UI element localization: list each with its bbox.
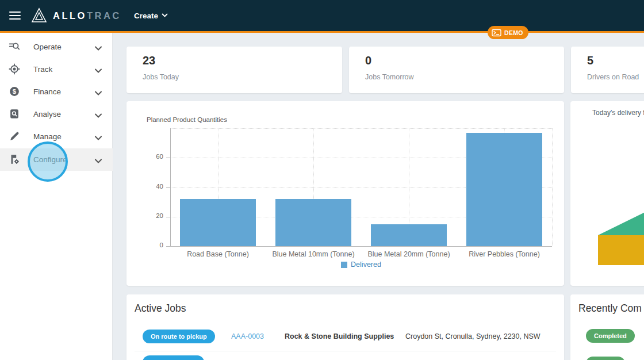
chevron-down-icon xyxy=(94,66,103,73)
active-jobs-card: Active Jobs On route to pickup AAA-0003 … xyxy=(126,294,564,360)
bar xyxy=(371,224,447,246)
demo-badge: DEMO xyxy=(488,26,528,39)
chevron-down-icon xyxy=(94,156,103,163)
svg-text:$: $ xyxy=(13,88,17,95)
allotrac-logo-icon[interactable] xyxy=(30,7,48,26)
sidebar-item-analyse[interactable]: Analyse xyxy=(0,103,113,125)
stat-card-drivers-on-road[interactable]: 5 Drivers on Road xyxy=(571,47,644,93)
list-search-icon xyxy=(8,40,21,53)
job-address: Croydon St, Cronulla, Sydney, 2230, NSW xyxy=(405,332,540,340)
sidebar-item-label: Operate xyxy=(33,36,62,58)
document-search-icon xyxy=(8,108,21,120)
sidebar-item-label: Finance xyxy=(33,81,61,103)
panel-title: Today's delivery fu xyxy=(592,109,644,117)
x-axis-label: Blue Metal 10mm (Tonne) xyxy=(266,250,361,258)
sidebar-item-label: Manage xyxy=(33,125,62,148)
y-axis xyxy=(170,128,171,246)
target-icon xyxy=(8,63,21,75)
status-badge[interactable]: On route to pickup xyxy=(143,330,215,343)
sidebar-item-configure[interactable]: Configure xyxy=(0,148,113,171)
sidebar: Operate Track $ Finance xyxy=(0,33,113,360)
demo-label: DEMO xyxy=(504,29,523,36)
chevron-down-icon xyxy=(94,43,103,51)
status-badge-partial[interactable] xyxy=(586,357,625,360)
y-axis-label: 40 xyxy=(145,183,163,190)
sidebar-item-finance[interactable]: $ Finance xyxy=(0,81,113,103)
y-tick xyxy=(166,246,170,247)
bar xyxy=(275,199,351,246)
section-title: Recently Com xyxy=(578,302,642,315)
sidebar-item-label: Configure xyxy=(33,148,67,171)
stat-card-jobs-today[interactable]: 23 Jobs Today xyxy=(126,47,342,93)
job-id-link[interactable]: AAA-0003 xyxy=(231,332,264,340)
sidebar-item-operate[interactable]: Operate xyxy=(0,36,113,58)
area-lower xyxy=(598,235,644,265)
bar-chart: 0204060Road Base (Tonne)Blue Metal 10mm … xyxy=(126,101,564,286)
y-axis-label: 0 xyxy=(145,242,163,248)
stat-label: Drivers on Road xyxy=(587,73,639,81)
status-badge[interactable]: Completed xyxy=(586,329,635,343)
x-axis-label: River Pebbles (Tonne) xyxy=(457,250,552,258)
y-axis-label: 20 xyxy=(145,212,163,219)
terminal-icon xyxy=(492,29,501,37)
y-tick xyxy=(166,217,170,217)
hamburger-menu-icon[interactable] xyxy=(9,12,21,20)
legend-label: Delivered xyxy=(351,261,381,269)
status-badge-partial[interactable] xyxy=(143,355,204,360)
y-axis-label: 60 xyxy=(145,153,163,160)
chevron-down-icon xyxy=(94,110,103,118)
brand-name: ALLOTRAC xyxy=(53,0,121,31)
x-axis xyxy=(170,246,552,247)
x-axis-label: Road Base (Tonne) xyxy=(170,250,266,258)
chevron-down-icon xyxy=(94,88,103,95)
x-axis-label: Blue Metal 20mm (Tonne) xyxy=(361,250,457,258)
stat-value: 0 xyxy=(365,54,371,67)
pencil-icon xyxy=(8,130,21,143)
section-title: Active Jobs xyxy=(135,302,186,315)
stat-label: Jobs Today xyxy=(143,73,179,81)
chevron-down-icon xyxy=(162,13,168,18)
chevron-down-icon xyxy=(94,133,103,140)
area-upper xyxy=(598,207,644,235)
accent-divider xyxy=(0,31,644,33)
sidebar-item-label: Analyse xyxy=(33,103,61,125)
create-menu-button[interactable]: Create xyxy=(134,0,168,31)
top-navbar: ALLOTRAC Create xyxy=(0,0,644,31)
y-tick xyxy=(166,187,170,188)
y-gridline-top xyxy=(170,128,552,129)
x-gridline-right xyxy=(552,128,553,246)
job-customer: Rock & Stone Building Supplies xyxy=(285,332,394,340)
stat-value: 23 xyxy=(143,54,155,67)
sidebar-item-track[interactable]: Track xyxy=(0,58,113,81)
bar xyxy=(466,133,542,246)
dashboard: ALLOTRAC Create DEMO Operate xyxy=(0,0,644,360)
legend-swatch xyxy=(341,262,347,268)
sidebar-item-manage[interactable]: Manage xyxy=(0,125,113,148)
stat-value: 5 xyxy=(587,54,593,67)
delivery-fulfilment-card: Today's delivery fu xyxy=(570,101,644,286)
dollar-circle-icon: $ xyxy=(8,85,21,98)
brand-part2: TRAC xyxy=(87,10,121,21)
building-gear-icon xyxy=(8,153,21,166)
stat-label: Jobs Tomorrow xyxy=(365,73,414,81)
stat-card-jobs-tomorrow[interactable]: 0 Jobs Tomorrow xyxy=(349,47,564,93)
sidebar-item-label: Track xyxy=(33,58,52,81)
area-chart xyxy=(598,207,644,266)
row-divider xyxy=(135,351,556,351)
bar xyxy=(180,199,256,246)
chart-legend[interactable]: Delivered xyxy=(170,261,552,269)
create-label: Create xyxy=(134,12,158,20)
recently-completed-card: Recently Com Completed xyxy=(570,294,644,360)
planned-quantities-chart-card: Planned Product Quantities 0204060Road B… xyxy=(126,101,564,286)
brand-part1: ALLO xyxy=(53,10,87,21)
y-tick xyxy=(166,158,170,158)
